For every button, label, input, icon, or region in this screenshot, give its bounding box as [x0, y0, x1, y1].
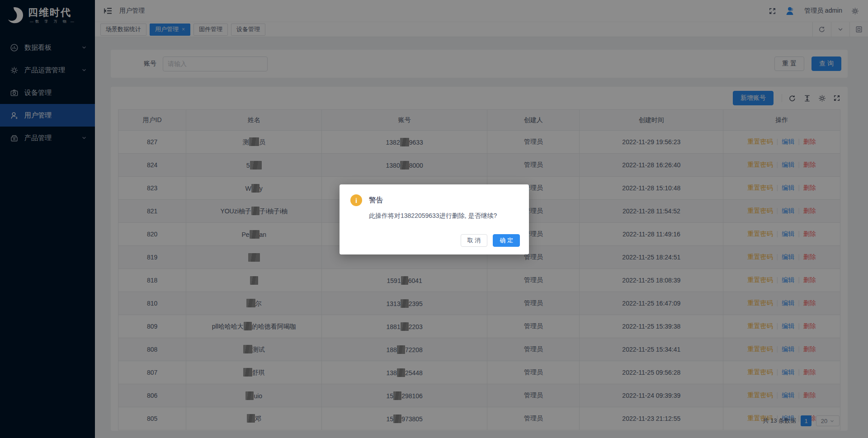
dialog-confirm-button[interactable]: 确 定 — [493, 234, 520, 247]
dialog-title: 警告 — [369, 196, 383, 205]
warning-info-icon: i — [350, 194, 362, 206]
warning-dialog: i 警告 此操作将对13822059633进行删除, 是否继续? 取 消 确 定 — [340, 184, 529, 254]
dialog-message: 此操作将对13822059633进行删除, 是否继续? — [369, 212, 520, 220]
dialog-cancel-button[interactable]: 取 消 — [461, 234, 488, 247]
